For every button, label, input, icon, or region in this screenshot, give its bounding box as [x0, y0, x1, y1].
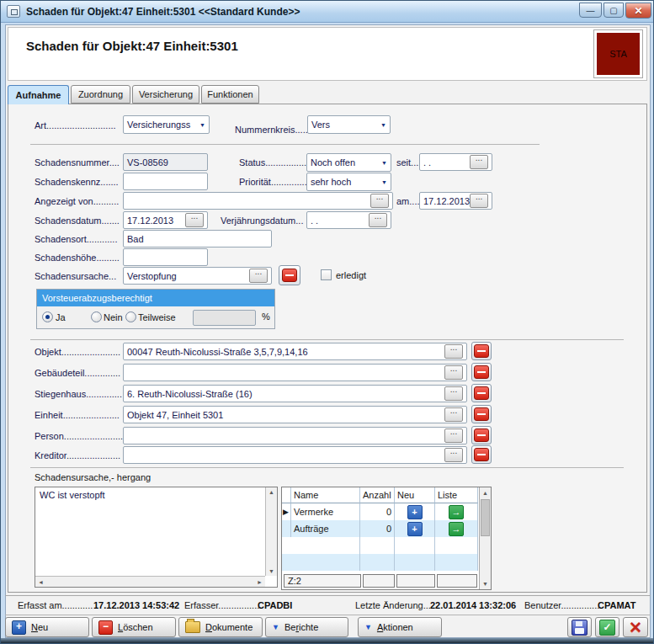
table-row[interactable]: ▶ Vermerke 0 + →	[282, 503, 478, 520]
schadenskennz-field[interactable]	[123, 173, 208, 190]
cancel-button[interactable]: ✕	[623, 617, 648, 637]
gebaeudeteil-field[interactable]: ...	[123, 364, 467, 381]
neu-button[interactable]: + Neu	[5, 617, 89, 637]
scroll-thumb[interactable]	[481, 499, 490, 536]
aktionen-button[interactable]: ▼ Aktionen	[358, 617, 442, 637]
table-vertical-scrollbar[interactable]: ▲ ▼	[479, 487, 491, 589]
add-icon[interactable]: +	[407, 505, 423, 519]
table-footer-cell	[363, 574, 395, 588]
person-clear-button[interactable]	[471, 426, 492, 444]
vorsteuer-radio-teilweise[interactable]	[125, 311, 136, 322]
window-title: Schaden für Objekt:47 Einheit:5301 <<Sta…	[26, 6, 300, 18]
date-picker-icon[interactable]: ...	[369, 213, 387, 227]
scroll-down-icon[interactable]: ▼	[482, 581, 488, 587]
status-dropdown[interactable]: Noch offen▼	[306, 153, 391, 172]
x-icon: ✕	[629, 620, 642, 636]
scroll-down-icon[interactable]: ▼	[269, 568, 274, 574]
lookup-icon[interactable]: ...	[444, 386, 463, 401]
kreditor-field[interactable]: ...	[123, 446, 467, 464]
lookup-icon[interactable]: ...	[249, 269, 268, 283]
erfasser-value: CPADBI	[258, 600, 292, 610]
art-dropdown[interactable]: Versicherungss▼	[123, 115, 210, 134]
row-liste-cell: →	[435, 503, 478, 520]
row-liste-cell: →	[435, 520, 478, 537]
maximize-button[interactable]: ▢	[603, 3, 624, 18]
vorsteuer-radio-ja[interactable]	[42, 311, 53, 322]
open-list-icon[interactable]: →	[449, 505, 464, 519]
chevron-down-icon: ▼	[377, 122, 386, 128]
erledigt-checkbox[interactable]	[321, 269, 332, 280]
scroll-left-icon[interactable]: ◄	[38, 579, 44, 585]
stiegenhaus-field[interactable]: 6. Reuth-Nicolussi-Straße (16)...	[123, 385, 467, 402]
schadensort-label: Schadensort............	[35, 234, 117, 244]
einheit-field[interactable]: Objekt 47, Einheit 5301...	[123, 406, 467, 423]
minus-icon	[474, 407, 489, 421]
save-button[interactable]	[567, 617, 592, 637]
close-window-button[interactable]: ✕	[625, 3, 651, 19]
berichte-button[interactable]: ▼ Berichte	[265, 617, 348, 637]
date-picker-icon[interactable]: ...	[185, 213, 204, 227]
schadensursache-clear-button[interactable]	[279, 265, 300, 285]
lookup-icon[interactable]: ...	[444, 344, 463, 359]
berichte-button-label: Berichte	[284, 622, 318, 632]
confirm-button[interactable]: ✓	[595, 617, 619, 637]
prioritaet-dropdown[interactable]: sehr hoch▼	[306, 173, 391, 191]
column-header-liste[interactable]: Liste	[435, 487, 478, 503]
system-menu-icon[interactable]	[7, 5, 20, 18]
vorsteuer-radio-nein[interactable]	[91, 311, 102, 322]
loeschen-button[interactable]: − Löschen	[92, 617, 176, 637]
schadensursache-field[interactable]: Verstopfung...	[123, 267, 272, 285]
gebaeudeteil-clear-button[interactable]	[471, 363, 492, 381]
vertical-scrollbar[interactable]: ▲ ▼	[265, 487, 277, 576]
angezeigt-von-field[interactable]: ...	[123, 192, 393, 210]
status-badge: STA	[597, 33, 640, 75]
dokumente-button-label: Dokumente	[205, 622, 253, 632]
column-header-name[interactable]: Name	[291, 487, 360, 503]
objekt-field[interactable]: 00047 Reuth-Nicolussi-Straße 3,5,7,9,14,…	[123, 343, 467, 360]
column-header-neu[interactable]: Neu	[395, 487, 435, 503]
dokumente-button[interactable]: Dokumente	[178, 617, 263, 637]
tab-funktionen[interactable]: Funktionen	[201, 85, 259, 104]
schadenshoehe-field[interactable]	[123, 248, 208, 266]
open-list-icon[interactable]: →	[449, 522, 464, 536]
tab-zuordnung[interactable]: Zuordnung	[71, 85, 130, 104]
add-icon[interactable]: +	[407, 522, 423, 536]
stiegenhaus-clear-button[interactable]	[471, 384, 492, 402]
am-date-field[interactable]: 17.12.2013...	[419, 192, 492, 210]
app-window: Schaden für Objekt:47 Einheit:5301 <<Sta…	[0, 0, 654, 644]
scroll-up-icon[interactable]: ▲	[482, 490, 488, 496]
chevron-down-icon: ▼	[378, 179, 387, 185]
lookup-icon[interactable]: ...	[444, 448, 463, 462]
schadensort-field[interactable]: Bad	[123, 230, 272, 247]
lookup-icon[interactable]: ...	[370, 194, 389, 208]
chevron-down-icon: ▼	[378, 160, 387, 166]
schadenshoehe-label: Schadenshöhe.........	[35, 253, 120, 263]
minimize-button[interactable]: —	[579, 3, 602, 18]
person-field[interactable]: ...	[123, 427, 467, 444]
tab-aufnahme[interactable]: Aufnahme	[8, 85, 69, 104]
hergang-textarea[interactable]: WC ist verstopft ▲ ▼ ◄ ►	[35, 487, 278, 588]
scroll-right-icon[interactable]: ►	[257, 579, 263, 585]
verjaehrungsdatum-field[interactable]: . ....	[306, 211, 391, 229]
schadensdatum-field[interactable]: 17.12.2013...	[123, 211, 208, 229]
erfasser-label: Erfasser.................	[184, 600, 262, 610]
column-header-anzahl[interactable]: Anzahl	[360, 487, 395, 503]
lookup-icon[interactable]: ...	[444, 407, 463, 422]
nummernkreis-dropdown[interactable]: Vers▼	[307, 115, 391, 134]
scroll-up-icon[interactable]: ▲	[269, 489, 274, 495]
einheit-clear-button[interactable]	[471, 405, 492, 423]
lookup-icon[interactable]: ...	[444, 365, 463, 380]
horizontal-scrollbar[interactable]: ◄ ►	[35, 576, 265, 587]
erfasst-am-value: 17.12.2013 14:53:42	[93, 600, 179, 610]
date-picker-icon[interactable]: ...	[470, 155, 488, 169]
lookup-icon[interactable]: ...	[444, 428, 463, 443]
erledigt-label: erledigt	[336, 270, 366, 280]
seit-date-field[interactable]: . ....	[419, 153, 492, 171]
objekt-clear-button[interactable]	[471, 342, 492, 360]
minus-icon	[474, 365, 489, 379]
tab-versicherung[interactable]: Versicherung	[132, 85, 199, 104]
table-row[interactable]: Aufträge 0 + →	[282, 520, 478, 537]
date-picker-icon[interactable]: ...	[470, 194, 488, 208]
kreditor-clear-button[interactable]	[471, 445, 492, 464]
vorsteuer-percent-field	[193, 310, 256, 326]
